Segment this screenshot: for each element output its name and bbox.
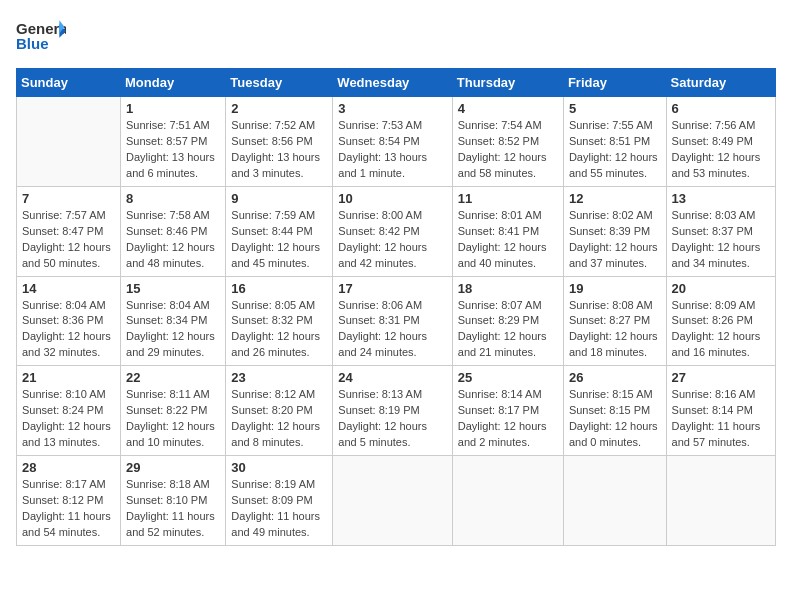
calendar-cell — [452, 456, 563, 546]
calendar-cell: 13Sunrise: 8:03 AMSunset: 8:37 PMDayligh… — [666, 186, 775, 276]
day-info: Sunrise: 7:52 AMSunset: 8:56 PMDaylight:… — [231, 118, 327, 182]
day-info: Sunrise: 8:00 AMSunset: 8:42 PMDaylight:… — [338, 208, 446, 272]
day-number: 28 — [22, 460, 115, 475]
day-info: Sunrise: 7:59 AMSunset: 8:44 PMDaylight:… — [231, 208, 327, 272]
day-number: 14 — [22, 281, 115, 296]
calendar-cell: 1Sunrise: 7:51 AMSunset: 8:57 PMDaylight… — [121, 97, 226, 187]
logo: General Blue — [16, 16, 66, 56]
day-number: 27 — [672, 370, 770, 385]
weekday-header-saturday: Saturday — [666, 69, 775, 97]
day-info: Sunrise: 7:56 AMSunset: 8:49 PMDaylight:… — [672, 118, 770, 182]
calendar-cell: 26Sunrise: 8:15 AMSunset: 8:15 PMDayligh… — [563, 366, 666, 456]
day-info: Sunrise: 8:03 AMSunset: 8:37 PMDaylight:… — [672, 208, 770, 272]
day-info: Sunrise: 7:54 AMSunset: 8:52 PMDaylight:… — [458, 118, 558, 182]
calendar-cell: 24Sunrise: 8:13 AMSunset: 8:19 PMDayligh… — [333, 366, 452, 456]
day-info: Sunrise: 8:16 AMSunset: 8:14 PMDaylight:… — [672, 387, 770, 451]
calendar-cell: 3Sunrise: 7:53 AMSunset: 8:54 PMDaylight… — [333, 97, 452, 187]
day-number: 21 — [22, 370, 115, 385]
svg-text:Blue: Blue — [16, 35, 49, 52]
day-number: 4 — [458, 101, 558, 116]
day-number: 22 — [126, 370, 220, 385]
calendar-cell: 28Sunrise: 8:17 AMSunset: 8:12 PMDayligh… — [17, 456, 121, 546]
calendar-cell — [666, 456, 775, 546]
day-number: 5 — [569, 101, 661, 116]
day-number: 11 — [458, 191, 558, 206]
calendar-cell — [17, 97, 121, 187]
day-info: Sunrise: 8:08 AMSunset: 8:27 PMDaylight:… — [569, 298, 661, 362]
day-number: 20 — [672, 281, 770, 296]
day-number: 23 — [231, 370, 327, 385]
day-info: Sunrise: 8:14 AMSunset: 8:17 PMDaylight:… — [458, 387, 558, 451]
calendar-cell: 18Sunrise: 8:07 AMSunset: 8:29 PMDayligh… — [452, 276, 563, 366]
calendar-cell: 21Sunrise: 8:10 AMSunset: 8:24 PMDayligh… — [17, 366, 121, 456]
calendar-cell: 29Sunrise: 8:18 AMSunset: 8:10 PMDayligh… — [121, 456, 226, 546]
day-info: Sunrise: 7:58 AMSunset: 8:46 PMDaylight:… — [126, 208, 220, 272]
day-info: Sunrise: 8:15 AMSunset: 8:15 PMDaylight:… — [569, 387, 661, 451]
calendar-cell: 20Sunrise: 8:09 AMSunset: 8:26 PMDayligh… — [666, 276, 775, 366]
day-info: Sunrise: 8:11 AMSunset: 8:22 PMDaylight:… — [126, 387, 220, 451]
day-info: Sunrise: 8:09 AMSunset: 8:26 PMDaylight:… — [672, 298, 770, 362]
day-number: 8 — [126, 191, 220, 206]
day-info: Sunrise: 8:12 AMSunset: 8:20 PMDaylight:… — [231, 387, 327, 451]
day-info: Sunrise: 7:55 AMSunset: 8:51 PMDaylight:… — [569, 118, 661, 182]
calendar-cell: 2Sunrise: 7:52 AMSunset: 8:56 PMDaylight… — [226, 97, 333, 187]
calendar-cell — [563, 456, 666, 546]
day-info: Sunrise: 8:13 AMSunset: 8:19 PMDaylight:… — [338, 387, 446, 451]
day-info: Sunrise: 8:17 AMSunset: 8:12 PMDaylight:… — [22, 477, 115, 541]
day-number: 7 — [22, 191, 115, 206]
day-info: Sunrise: 8:04 AMSunset: 8:34 PMDaylight:… — [126, 298, 220, 362]
day-number: 24 — [338, 370, 446, 385]
calendar-cell: 10Sunrise: 8:00 AMSunset: 8:42 PMDayligh… — [333, 186, 452, 276]
calendar-cell: 15Sunrise: 8:04 AMSunset: 8:34 PMDayligh… — [121, 276, 226, 366]
logo-icon: General Blue — [16, 16, 66, 56]
calendar-cell: 11Sunrise: 8:01 AMSunset: 8:41 PMDayligh… — [452, 186, 563, 276]
weekday-header-wednesday: Wednesday — [333, 69, 452, 97]
day-info: Sunrise: 8:06 AMSunset: 8:31 PMDaylight:… — [338, 298, 446, 362]
calendar-cell: 27Sunrise: 8:16 AMSunset: 8:14 PMDayligh… — [666, 366, 775, 456]
day-number: 6 — [672, 101, 770, 116]
day-number: 15 — [126, 281, 220, 296]
day-info: Sunrise: 8:01 AMSunset: 8:41 PMDaylight:… — [458, 208, 558, 272]
calendar-cell — [333, 456, 452, 546]
calendar-cell: 14Sunrise: 8:04 AMSunset: 8:36 PMDayligh… — [17, 276, 121, 366]
day-info: Sunrise: 7:53 AMSunset: 8:54 PMDaylight:… — [338, 118, 446, 182]
day-number: 3 — [338, 101, 446, 116]
day-info: Sunrise: 7:57 AMSunset: 8:47 PMDaylight:… — [22, 208, 115, 272]
day-number: 30 — [231, 460, 327, 475]
calendar-cell: 22Sunrise: 8:11 AMSunset: 8:22 PMDayligh… — [121, 366, 226, 456]
day-number: 9 — [231, 191, 327, 206]
calendar-cell: 12Sunrise: 8:02 AMSunset: 8:39 PMDayligh… — [563, 186, 666, 276]
day-number: 18 — [458, 281, 558, 296]
day-number: 10 — [338, 191, 446, 206]
day-info: Sunrise: 8:04 AMSunset: 8:36 PMDaylight:… — [22, 298, 115, 362]
day-number: 13 — [672, 191, 770, 206]
weekday-header-friday: Friday — [563, 69, 666, 97]
calendar-cell: 17Sunrise: 8:06 AMSunset: 8:31 PMDayligh… — [333, 276, 452, 366]
day-number: 12 — [569, 191, 661, 206]
calendar-cell: 6Sunrise: 7:56 AMSunset: 8:49 PMDaylight… — [666, 97, 775, 187]
day-info: Sunrise: 8:07 AMSunset: 8:29 PMDaylight:… — [458, 298, 558, 362]
calendar-cell: 19Sunrise: 8:08 AMSunset: 8:27 PMDayligh… — [563, 276, 666, 366]
calendar-table: SundayMondayTuesdayWednesdayThursdayFrid… — [16, 68, 776, 546]
weekday-header-tuesday: Tuesday — [226, 69, 333, 97]
day-info: Sunrise: 8:10 AMSunset: 8:24 PMDaylight:… — [22, 387, 115, 451]
day-number: 17 — [338, 281, 446, 296]
day-number: 19 — [569, 281, 661, 296]
day-number: 2 — [231, 101, 327, 116]
calendar-cell: 8Sunrise: 7:58 AMSunset: 8:46 PMDaylight… — [121, 186, 226, 276]
calendar-cell: 5Sunrise: 7:55 AMSunset: 8:51 PMDaylight… — [563, 97, 666, 187]
day-number: 29 — [126, 460, 220, 475]
day-number: 26 — [569, 370, 661, 385]
day-info: Sunrise: 8:18 AMSunset: 8:10 PMDaylight:… — [126, 477, 220, 541]
page-header: General Blue — [16, 16, 776, 56]
day-info: Sunrise: 8:05 AMSunset: 8:32 PMDaylight:… — [231, 298, 327, 362]
calendar-cell: 9Sunrise: 7:59 AMSunset: 8:44 PMDaylight… — [226, 186, 333, 276]
day-number: 25 — [458, 370, 558, 385]
day-info: Sunrise: 7:51 AMSunset: 8:57 PMDaylight:… — [126, 118, 220, 182]
calendar-cell: 30Sunrise: 8:19 AMSunset: 8:09 PMDayligh… — [226, 456, 333, 546]
calendar-cell: 4Sunrise: 7:54 AMSunset: 8:52 PMDaylight… — [452, 97, 563, 187]
day-info: Sunrise: 8:02 AMSunset: 8:39 PMDaylight:… — [569, 208, 661, 272]
calendar-cell: 16Sunrise: 8:05 AMSunset: 8:32 PMDayligh… — [226, 276, 333, 366]
calendar-cell: 7Sunrise: 7:57 AMSunset: 8:47 PMDaylight… — [17, 186, 121, 276]
day-number: 1 — [126, 101, 220, 116]
